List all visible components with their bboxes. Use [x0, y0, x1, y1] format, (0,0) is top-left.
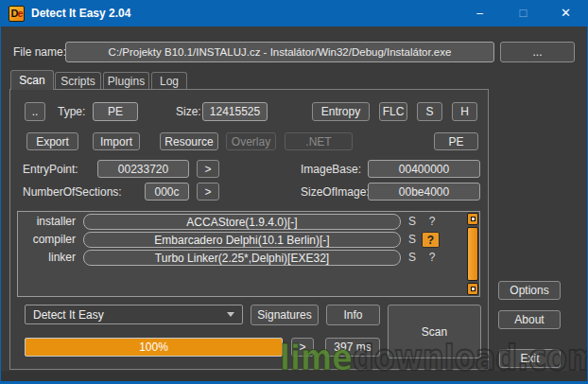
size-label: Size:: [176, 103, 201, 121]
scrollbar-up-icon: [472, 218, 475, 220]
signatures-button[interactable]: Signatures: [251, 305, 319, 325]
detection-list: installer ACCAStore(1.9.4.0)[-] S ? comp…: [17, 211, 480, 297]
options-button[interactable]: Options: [498, 281, 561, 300]
bottom-band: [1, 371, 587, 381]
sections-label: NumberOfSections:: [23, 183, 122, 201]
info-link-highlighted[interactable]: ?: [422, 232, 440, 248]
tab-scan[interactable]: Scan: [10, 70, 54, 90]
chevron-down-icon: [227, 312, 234, 317]
progress-bar: 100%: [25, 338, 283, 357]
database-combo[interactable]: Detect It Easy: [25, 305, 243, 324]
entrypoint-goto-button[interactable]: >: [197, 160, 219, 178]
flc-button[interactable]: FLC: [379, 102, 407, 121]
minimize-icon: –: [476, 7, 483, 20]
hex-button[interactable]: H: [452, 102, 477, 121]
detection-result-button[interactable]: Embarcadero Delphi(10.1 Berlin)[-]: [83, 232, 401, 248]
parent-dir-button[interactable]: ..: [25, 102, 45, 121]
browse-button[interactable]: ...: [500, 42, 575, 62]
info-link[interactable]: ?: [425, 214, 439, 230]
exit-button[interactable]: Exit: [499, 349, 561, 368]
more-button[interactable]: >: [291, 338, 314, 357]
size-value-button[interactable]: 12415525: [202, 102, 268, 121]
scan-button[interactable]: Scan: [388, 305, 481, 358]
file-path-field[interactable]: C:/Projekty B10.1/INSTALUJ.cz - Instalát…: [65, 42, 494, 62]
app-icon: De: [9, 6, 25, 22]
maximize-icon: □: [520, 6, 527, 20]
list-scrollbar[interactable]: [467, 213, 476, 295]
tab-plugins[interactable]: Plugins: [103, 72, 149, 90]
detection-kind-label: compiler: [21, 232, 76, 248]
about-button[interactable]: About: [498, 310, 561, 329]
info-button[interactable]: Info: [326, 305, 380, 325]
sizeofimage-value-button[interactable]: 00be4000: [368, 183, 480, 201]
scrollbar-down-button[interactable]: [467, 283, 478, 295]
maximize-button[interactable]: □: [501, 0, 545, 26]
scrollbar-down-icon: [472, 288, 475, 290]
tab-log[interactable]: Log: [151, 72, 187, 90]
entrypoint-value-button[interactable]: 00233720: [97, 160, 189, 178]
detection-kind-label: installer: [21, 214, 76, 230]
resource-button[interactable]: Resource: [160, 132, 218, 150]
type-label: Type:: [58, 103, 85, 121]
file-name-label: File name:: [13, 44, 66, 61]
app-window: De Detect It Easy 2.04 – □ ✕ File name: …: [0, 0, 588, 384]
tab-scripts[interactable]: Scripts: [55, 72, 101, 90]
signature-link[interactable]: S: [406, 214, 419, 230]
strings-button[interactable]: S: [417, 102, 442, 121]
sections-value-button[interactable]: 000c: [145, 183, 189, 201]
imagebase-label: ImageBase:: [301, 161, 361, 179]
scrollbar-thumb[interactable]: [467, 227, 478, 281]
close-button[interactable]: ✕: [544, 0, 588, 26]
signature-link[interactable]: S: [406, 250, 419, 266]
combo-selected-value: Detect It Easy: [33, 308, 104, 322]
entrypoint-label: EntryPoint:: [23, 161, 78, 179]
detection-result-button[interactable]: ACCAStore(1.9.4.0)[-]: [83, 214, 401, 230]
signature-link[interactable]: S: [406, 232, 419, 248]
entropy-button[interactable]: Entropy: [312, 102, 370, 121]
title-bar: De Detect It Easy 2.04 – □ ✕: [1, 0, 587, 26]
overlay-button: Overlay: [226, 132, 276, 150]
minimize-button[interactable]: –: [458, 0, 502, 26]
imagebase-value-button[interactable]: 00400000: [368, 160, 480, 178]
progress-value: 100%: [139, 340, 168, 354]
type-value-button[interactable]: PE: [93, 102, 138, 121]
pe-button[interactable]: PE: [434, 132, 478, 150]
scrollbar-up-button[interactable]: [467, 213, 478, 225]
dotnet-button: .NET: [285, 132, 353, 150]
window-title: Detect It Easy 2.04: [31, 0, 130, 26]
import-button[interactable]: Import: [93, 132, 140, 150]
detection-kind-label: linker: [21, 250, 76, 266]
scan-time-badge: 397 ms: [325, 338, 380, 357]
close-icon: ✕: [561, 6, 571, 20]
sections-goto-button[interactable]: >: [197, 183, 219, 201]
sizeofimage-label: SizeOfImage:: [301, 183, 370, 201]
detection-result-button[interactable]: Turbo Linker(2.25*,Delphi)[EXE32]: [83, 250, 401, 266]
info-link[interactable]: ?: [425, 250, 439, 266]
export-button[interactable]: Export: [26, 132, 78, 150]
